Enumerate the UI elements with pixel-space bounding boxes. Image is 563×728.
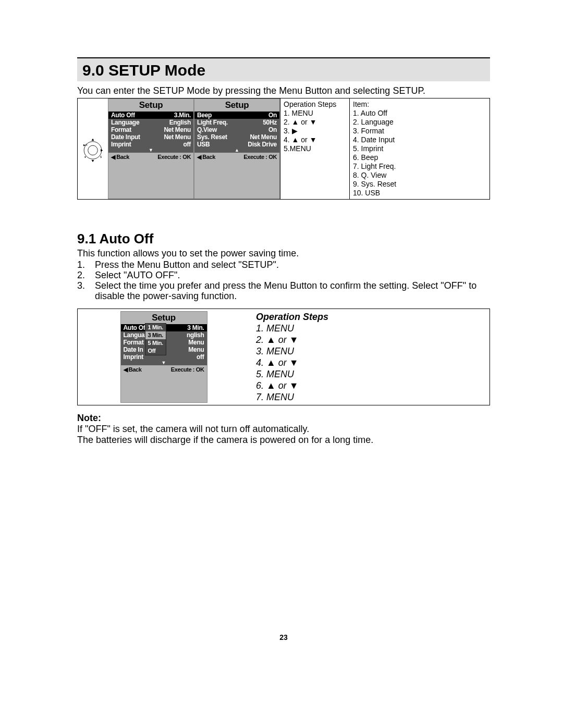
section-title: 9.0 SETUP Mode bbox=[82, 61, 485, 79]
operation-steps: Operation Steps 1. MENU 2. ▲ or ▼ 3. ▶ 4… bbox=[280, 98, 349, 199]
svg-marker-2 bbox=[91, 139, 94, 141]
auto-off-panel: Setup Auto Off3 Min. Languanglish Format… bbox=[77, 309, 490, 405]
page-number: 23 bbox=[77, 633, 490, 641]
note-label: Note: bbox=[77, 413, 490, 424]
screen-title: Setup bbox=[108, 99, 193, 112]
item-list: Item: 1. Auto Off 2. Language 3. Format … bbox=[349, 98, 489, 199]
note-text-1: If "OFF" is set, the camera will not tur… bbox=[77, 424, 490, 435]
subsection-intro: This function allows you to set the powe… bbox=[77, 248, 490, 258]
svg-marker-4 bbox=[101, 149, 103, 152]
down-arrow-icon: ▼ bbox=[108, 148, 193, 153]
instruction-list: 1.Press the Menu Button and select "SETU… bbox=[77, 260, 490, 301]
svg-text:♦: ♦ bbox=[84, 155, 86, 158]
section-header: 9.0 SETUP Mode bbox=[77, 57, 490, 81]
operation-steps-2: Operation Steps 1. MENU 2. ▲ or ▼ 3. MEN… bbox=[250, 309, 489, 405]
auto-off-popup: 1 Min. 3 Min. 5 Min. Off bbox=[145, 323, 166, 355]
svg-point-1 bbox=[88, 145, 97, 155]
screen-title: Setup bbox=[194, 99, 279, 112]
setup-screen-1: Setup Auto Off3.Min. LanguageEnglish For… bbox=[108, 98, 194, 199]
intro-text: You can enter the SETUP Mode by pressing… bbox=[77, 85, 490, 96]
setup-screen-2: Setup BeepOn Light Freq.50Hz Q.ViewOn Sy… bbox=[194, 98, 280, 199]
up-arrow-icon: ▲ bbox=[194, 148, 279, 153]
svg-marker-3 bbox=[91, 160, 94, 162]
note-text-2: The batteries will discharge if the came… bbox=[77, 435, 490, 446]
dial-illustration: ▶/II ♦ $ bbox=[78, 98, 108, 199]
svg-text:▶/II: ▶/II bbox=[83, 143, 88, 146]
overview-panel: ▶/II ♦ $ Setup Auto Off3.Min. LanguageEn… bbox=[77, 98, 490, 200]
dial-icon: ▶/II ♦ $ bbox=[82, 135, 104, 166]
setup-screen-3: Setup Auto Off3 Min. Languanglish Format… bbox=[120, 311, 207, 403]
subsection-title: 9.1 Auto Off bbox=[77, 231, 490, 247]
svg-text:$: $ bbox=[100, 155, 102, 158]
